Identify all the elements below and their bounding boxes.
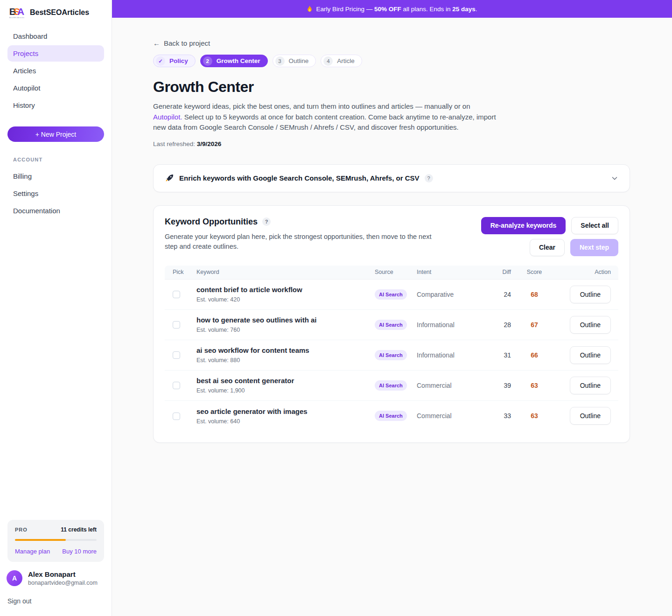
- page-title: Growth Center: [153, 78, 630, 96]
- keyword-text: ai seo workflow for content teams: [196, 346, 375, 354]
- brand-name: BestSEOArticles: [30, 8, 89, 17]
- sign-out-link[interactable]: Sign out: [7, 597, 104, 605]
- outline-button[interactable]: Outline: [570, 377, 611, 394]
- step-growth-center[interactable]: 2 Growth Center: [200, 55, 268, 67]
- diff-value: 31: [485, 351, 511, 359]
- enrich-panel-title: Enrich keywords with Google Search Conso…: [179, 174, 420, 182]
- table-row: ai seo workflow for content teams Est. v…: [165, 340, 618, 371]
- sidebar-item-projects[interactable]: Projects: [7, 45, 104, 62]
- card-subtitle: Generate your keyword plan here, pick th…: [165, 232, 445, 252]
- intent-text: Comparative: [417, 291, 485, 298]
- table-header-row: Pick Keyword Source Intent Diff Score Ac…: [165, 266, 618, 280]
- outline-button[interactable]: Outline: [570, 407, 611, 425]
- outline-button[interactable]: Outline: [570, 346, 611, 364]
- table-row: how to generate seo outlines with ai Est…: [165, 310, 618, 340]
- avatar: A: [7, 570, 22, 586]
- buy-credits-link[interactable]: Buy 10 more: [62, 548, 97, 555]
- col-header-keyword: Keyword: [196, 269, 375, 275]
- brand-logo-icon: BSA BestSEOArticles: [8, 7, 25, 19]
- step-article[interactable]: 4 Article: [321, 55, 362, 67]
- account-nav: Billing Settings Documentation: [7, 168, 104, 220]
- credits-left: 11 credits left: [61, 526, 97, 533]
- step-outline[interactable]: 3 Outline: [273, 55, 316, 67]
- outline-button[interactable]: Outline: [570, 286, 611, 303]
- sidebar-item-settings[interactable]: Settings: [7, 185, 104, 202]
- score-value: 66: [511, 351, 558, 359]
- source-badge: AI Search: [375, 289, 407, 300]
- table-row: best ai seo content generator Est. volum…: [165, 371, 618, 401]
- diff-value: 24: [485, 291, 511, 298]
- brand: BSA BestSEOArticles BestSEOArticles: [7, 6, 104, 28]
- source-badge: AI Search: [375, 411, 407, 421]
- keyword-volume: Est. volume: 880: [196, 357, 375, 364]
- keyword-text: content brief to article workflow: [196, 286, 375, 294]
- source-badge: AI Search: [375, 350, 407, 360]
- keyword-text: seo article generator with images: [196, 407, 375, 415]
- reanalyze-keywords-button[interactable]: Re-analyze keywords: [481, 217, 566, 234]
- sidebar-item-history[interactable]: History: [7, 97, 104, 113]
- back-to-project-link[interactable]: ← Back to project: [153, 39, 210, 47]
- clear-button[interactable]: Clear: [530, 239, 565, 256]
- keyword-text: how to generate seo outlines with ai: [196, 316, 375, 324]
- row-checkbox[interactable]: [173, 413, 180, 420]
- page-description: Generate keyword ideas, pick the best on…: [153, 101, 499, 133]
- autopilot-link[interactable]: Autopilot.: [153, 113, 182, 121]
- intent-text: Commercial: [417, 382, 485, 389]
- manage-plan-link[interactable]: Manage plan: [15, 548, 50, 555]
- enrich-help-icon[interactable]: ?: [425, 174, 433, 182]
- row-checkbox[interactable]: [173, 382, 180, 389]
- sidebar-item-billing[interactable]: Billing: [7, 168, 104, 184]
- brand-logo-subtext: BestSEOArticles: [9, 17, 25, 19]
- card-title: Keyword Opportunities: [165, 217, 258, 227]
- score-value: 63: [511, 412, 558, 420]
- step-check-icon: ✓: [156, 56, 165, 66]
- main-nav: Dashboard Projects Articles Autopilot Hi…: [7, 28, 104, 114]
- diff-value: 39: [485, 382, 511, 389]
- intent-text: Informational: [417, 321, 485, 329]
- main-area: Early Bird Pricing — 50% OFF all plans. …: [112, 0, 672, 616]
- opportunities-help-icon[interactable]: ?: [262, 217, 271, 226]
- outline-button[interactable]: Outline: [570, 316, 611, 334]
- last-refreshed-date: 3/9/2026: [197, 140, 222, 147]
- user-email: bonapartvideo@gmail.com: [28, 580, 98, 586]
- select-all-button[interactable]: Select all: [571, 217, 618, 234]
- banner-text: Early Bird Pricing — 50% OFF all plans. …: [316, 6, 477, 13]
- account-section-heading: ACCOUNT: [13, 157, 98, 162]
- col-header-pick: Pick: [165, 269, 196, 275]
- card-actions: Re-analyze keywords Select all Clear Nex…: [481, 217, 618, 256]
- credits-progress-track: [15, 539, 97, 541]
- col-header-score: Score: [511, 269, 558, 275]
- row-checkbox[interactable]: [173, 291, 180, 298]
- user-name: Alex Bonapart: [28, 570, 98, 578]
- col-header-diff: Diff: [485, 269, 511, 275]
- back-arrow-icon: ←: [153, 39, 160, 47]
- source-badge: AI Search: [375, 320, 407, 330]
- enrich-keywords-panel[interactable]: Enrich keywords with Google Search Conso…: [153, 164, 630, 192]
- sidebar-item-autopilot[interactable]: Autopilot: [7, 80, 104, 96]
- score-value: 67: [511, 321, 558, 329]
- promo-banner: Early Bird Pricing — 50% OFF all plans. …: [112, 0, 672, 18]
- sidebar-item-articles[interactable]: Articles: [7, 63, 104, 79]
- score-value: 68: [511, 291, 558, 298]
- sidebar: BSA BestSEOArticles BestSEOArticles Dash…: [0, 0, 112, 616]
- col-header-source: Source: [375, 269, 417, 275]
- keyword-volume: Est. volume: 760: [196, 327, 375, 333]
- row-checkbox[interactable]: [173, 321, 180, 329]
- flame-icon: [307, 6, 313, 13]
- sidebar-item-documentation[interactable]: Documentation: [7, 203, 104, 219]
- new-project-button[interactable]: + New Project: [7, 126, 104, 142]
- step-policy[interactable]: ✓ Policy: [153, 55, 196, 67]
- rocket-icon: [165, 174, 174, 183]
- sidebar-item-dashboard[interactable]: Dashboard: [7, 28, 104, 44]
- col-header-action: Action: [558, 269, 618, 275]
- credits-progress-fill: [15, 539, 66, 541]
- workflow-stepper: ✓ Policy 2 Growth Center 3 Outline 4 Art…: [153, 55, 630, 67]
- chevron-down-icon[interactable]: [611, 175, 618, 182]
- table-row: seo article generator with images Est. v…: [165, 401, 618, 431]
- last-refreshed: Last refreshed: 3/9/2026: [153, 140, 630, 147]
- next-step-button[interactable]: Next step: [570, 239, 618, 256]
- keywords-table: Pick Keyword Source Intent Diff Score Ac…: [165, 266, 618, 431]
- keyword-volume: Est. volume: 1,900: [196, 387, 375, 394]
- user-profile[interactable]: A Alex Bonapart bonapartvideo@gmail.com: [7, 570, 104, 586]
- row-checkbox[interactable]: [173, 351, 180, 359]
